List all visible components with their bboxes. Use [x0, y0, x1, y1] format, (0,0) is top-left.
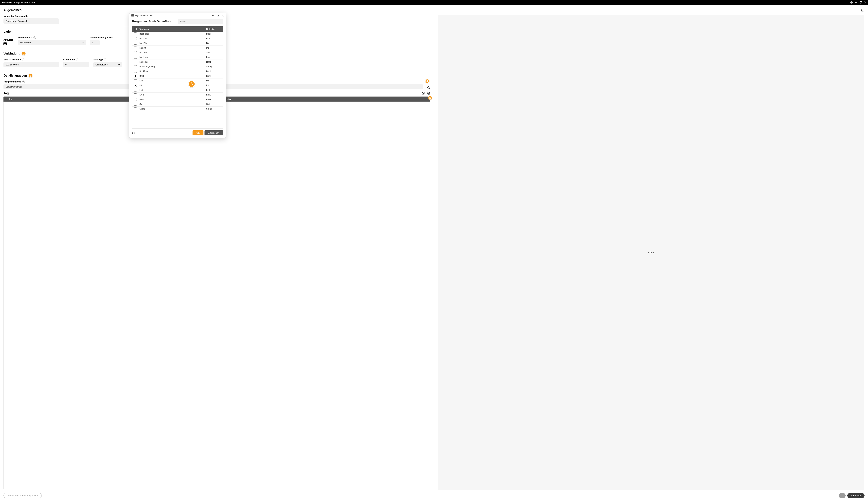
- chevron-down-icon: [82, 42, 84, 44]
- popup-row[interactable]: BoolFalseBool: [132, 32, 223, 36]
- popup-ok-button[interactable]: OK: [193, 130, 204, 135]
- popup-row-checkbox[interactable]: [134, 65, 137, 68]
- annotation-badge-3: 3: [28, 73, 33, 78]
- popup-row-name: MaxSint: [139, 52, 206, 54]
- popup-row[interactable]: StringString: [132, 106, 223, 111]
- info-icon[interactable]: i: [22, 58, 24, 61]
- maximize-icon[interactable]: [860, 1, 862, 3]
- popup-row-type: Bool: [206, 75, 221, 77]
- popup-maximize-icon[interactable]: [217, 14, 219, 16]
- popup-reload-icon[interactable]: [132, 132, 135, 135]
- tag-table-body: [3, 102, 430, 489]
- popup-row-name: MaxDint: [139, 42, 206, 44]
- popup-table-body: 6 BoolFalseBoolMaxLintLintMaxDintDintMax…: [132, 32, 223, 111]
- popup-row[interactable]: BoolBool: [132, 74, 223, 79]
- popup-row-checkbox[interactable]: [134, 51, 137, 54]
- section-general-title: Allgemeines: [3, 8, 430, 12]
- popup-row-checkbox[interactable]: [134, 37, 137, 40]
- popup-row-checkbox[interactable]: [134, 60, 137, 64]
- popup-row-checkbox[interactable]: [134, 75, 137, 77]
- reload-type-select[interactable]: Periodisch: [18, 40, 86, 45]
- svg-line-8: [429, 88, 430, 89]
- popup-row-type: Int: [206, 84, 221, 87]
- popup-row[interactable]: RealReal: [132, 97, 223, 102]
- window-titlebar: Rockwell Datenquelle bearbeiten: [0, 0, 868, 5]
- popup-row[interactable]: LrealLreal: [132, 92, 223, 97]
- popup-row[interactable]: MaxIntInt: [132, 46, 223, 50]
- popup-row-name: Lint: [139, 89, 206, 91]
- popup-cancel-button[interactable]: Abbrechen: [205, 130, 223, 135]
- close-icon[interactable]: [864, 1, 866, 3]
- add-tag-icon[interactable]: [422, 92, 425, 95]
- minimize-icon[interactable]: [855, 1, 857, 3]
- popup-row-checkbox[interactable]: [134, 98, 137, 101]
- popup-row[interactable]: SintSint: [132, 102, 223, 106]
- popup-program-heading: Programm: StaticDemoData: [132, 20, 171, 23]
- popup-close-icon[interactable]: [222, 14, 224, 16]
- popup-row[interactable]: DintDint: [132, 79, 223, 83]
- popup-row-checkbox[interactable]: [134, 89, 137, 91]
- popup-row-type: Lreal: [206, 93, 221, 96]
- popup-row[interactable]: ReadOnlyStringString: [132, 65, 223, 69]
- preview-area: erden.: [438, 14, 864, 490]
- popup-table: Tag Name Datentyp 6 BoolFalseBoolMaxLint…: [132, 26, 223, 111]
- use-existing-connection-button[interactable]: Vorhandene Verbindung nutzen: [3, 493, 42, 498]
- window-controls: [850, 1, 866, 4]
- popup-row-checkbox[interactable]: [134, 79, 137, 82]
- popup-row[interactable]: MaxRealReal: [132, 60, 223, 65]
- popup-footer: OK Abbrechen: [129, 129, 226, 138]
- popup-row-checkbox[interactable]: [134, 56, 137, 59]
- popup-row-checkbox[interactable]: [134, 84, 137, 87]
- popup-row-name: Bool: [139, 75, 206, 77]
- refresh-icon[interactable]: [861, 8, 865, 12]
- popup-select-all-checkbox[interactable]: [134, 27, 137, 30]
- popup-row[interactable]: MaxDintDint: [132, 41, 223, 46]
- info-icon[interactable]: i: [76, 58, 78, 61]
- popup-table-header: Tag Name Datentyp: [132, 26, 223, 32]
- popup-row-name: MaxReal: [139, 61, 206, 63]
- info-icon[interactable]: i: [22, 81, 25, 83]
- popup-minimize-icon[interactable]: [212, 14, 214, 16]
- reload-type-label: Nachlade Art i: [18, 36, 86, 39]
- popup-row[interactable]: LintLint: [132, 88, 223, 92]
- popup-row-checkbox[interactable]: [134, 103, 137, 105]
- popup-row-checkbox[interactable]: [134, 70, 137, 73]
- slot-input[interactable]: [63, 62, 89, 67]
- popup-row[interactable]: MaxSintSint: [132, 50, 223, 55]
- window-title: Rockwell Datenquelle bearbeiten: [2, 1, 35, 4]
- annotation-badge-5: 5: [428, 96, 432, 100]
- popup-row-checkbox[interactable]: [134, 93, 137, 96]
- globe-icon[interactable]: [427, 92, 430, 95]
- popup-row-type: Lint: [206, 89, 221, 91]
- ip-input[interactable]: [3, 62, 59, 67]
- popup-filter-input[interactable]: [178, 19, 223, 24]
- popup-row-checkbox[interactable]: [134, 107, 137, 110]
- popup-row-name: BoolTrue: [139, 70, 206, 72]
- popup-row[interactable]: IntInt: [132, 83, 223, 88]
- popup-row-checkbox[interactable]: [134, 46, 137, 49]
- obscured-button[interactable]: [839, 493, 846, 498]
- datasource-name-input[interactable]: [3, 19, 59, 24]
- popup-row[interactable]: BoolTrueBool: [132, 69, 223, 74]
- popup-row-type: String: [206, 107, 221, 110]
- popup-row[interactable]: MaxLintLint: [132, 36, 223, 41]
- bottom-bar: Vorhandene Verbindung nutzen Abbrechen: [0, 491, 868, 500]
- annotation-badge-6: 6: [188, 81, 195, 88]
- sps-type-select[interactable]: ControlLogix: [93, 62, 122, 67]
- popup-row-checkbox[interactable]: [134, 33, 137, 35]
- help-icon[interactable]: [850, 1, 853, 4]
- sps-type-value: ControlLogix: [95, 64, 108, 66]
- info-icon[interactable]: i: [34, 36, 36, 39]
- info-icon[interactable]: i: [104, 58, 106, 61]
- browse-tags-popup: Tags durchsuchen Programm: StaticDemoDat…: [129, 13, 226, 138]
- popup-row-type: Bool: [206, 33, 221, 35]
- svg-rect-4: [860, 2, 861, 3]
- cancel-button[interactable]: Abbrechen: [847, 493, 865, 498]
- activated-checkbox[interactable]: [3, 42, 7, 45]
- popup-row-type: Dint: [206, 80, 221, 82]
- popup-row-checkbox[interactable]: [134, 42, 137, 45]
- search-icon[interactable]: 4: [427, 86, 430, 89]
- popup-row-name: Lreal: [139, 93, 206, 96]
- interval-input[interactable]: [90, 40, 100, 45]
- popup-row[interactable]: MaxLrealLreal: [132, 55, 223, 60]
